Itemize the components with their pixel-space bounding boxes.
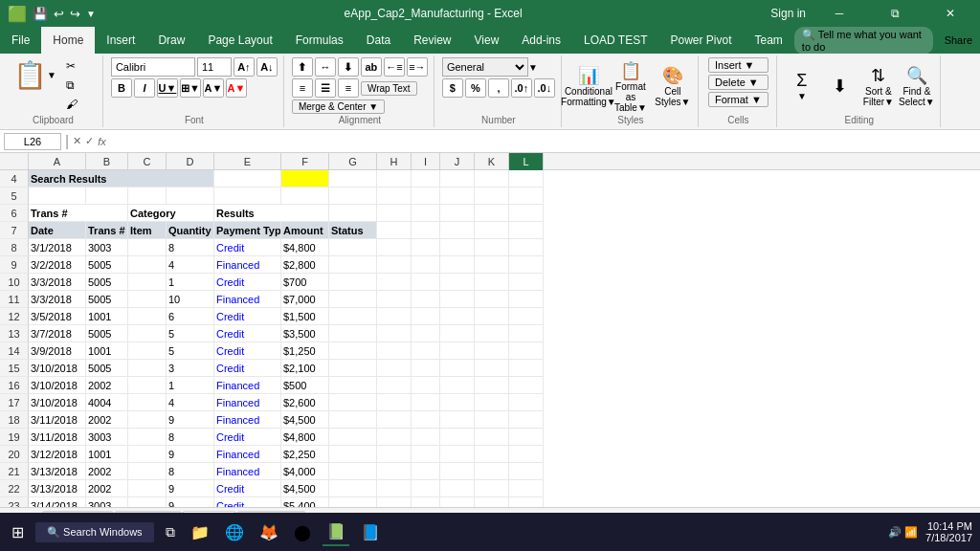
cell[interactable]: Search Results xyxy=(29,170,214,187)
cell[interactable] xyxy=(128,360,167,377)
save-icon[interactable]: 💾 xyxy=(33,7,48,21)
cell[interactable]: $5,400 xyxy=(281,497,329,507)
cell[interactable]: 3003 xyxy=(86,429,128,446)
cell[interactable] xyxy=(509,239,544,256)
cell[interactable]: $4,800 xyxy=(281,239,329,256)
col-header-D[interactable]: D xyxy=(167,153,214,170)
cell[interactable] xyxy=(475,394,509,411)
cell[interactable]: 3/10/2018 xyxy=(29,377,86,394)
fill-btn[interactable]: ⬇ xyxy=(823,74,858,99)
cell[interactable] xyxy=(412,480,440,497)
cell[interactable]: 6 xyxy=(167,308,214,325)
cell[interactable] xyxy=(329,342,377,360)
cell[interactable] xyxy=(509,497,544,507)
cell[interactable] xyxy=(329,291,377,308)
row-header[interactable]: 12 xyxy=(0,308,29,325)
cell[interactable] xyxy=(509,377,544,394)
cell[interactable]: 2002 xyxy=(86,377,128,394)
cell[interactable]: 5 xyxy=(167,342,214,360)
merge-center-btn[interactable]: Merge & Center ▼ xyxy=(292,99,385,114)
cell[interactable] xyxy=(475,497,509,507)
cell[interactable] xyxy=(377,308,412,325)
cell[interactable] xyxy=(509,274,544,291)
find-select-btn[interactable]: 🔍 Find &Select▼ xyxy=(900,63,934,109)
cell[interactable]: 2002 xyxy=(86,463,128,480)
cell[interactable] xyxy=(377,411,412,429)
cell[interactable] xyxy=(440,291,475,308)
col-header-L[interactable]: L xyxy=(509,153,544,170)
redo-icon[interactable]: ↪ xyxy=(70,7,80,21)
cell[interactable] xyxy=(475,360,509,377)
cell[interactable] xyxy=(377,342,412,360)
cell[interactable] xyxy=(475,291,509,308)
align-top-btn[interactable]: ⬆ xyxy=(292,57,313,77)
file-explorer-btn[interactable]: 📁 xyxy=(187,519,213,545)
cell[interactable] xyxy=(509,308,544,325)
cell[interactable] xyxy=(329,170,377,187)
cell[interactable] xyxy=(377,256,412,274)
border-button[interactable]: ⊞▼ xyxy=(180,78,201,98)
cell[interactable] xyxy=(440,256,475,274)
cell[interactable]: 1001 xyxy=(86,342,128,360)
indent-decrease-btn[interactable]: ←≡ xyxy=(384,57,405,77)
cell[interactable] xyxy=(509,463,544,480)
cell[interactable] xyxy=(329,377,377,394)
cell[interactable] xyxy=(128,274,167,291)
wrap-text-btn[interactable]: Wrap Text xyxy=(361,81,417,96)
cell[interactable] xyxy=(329,480,377,497)
tab-home[interactable]: Home xyxy=(41,27,95,54)
confirm-formula-icon[interactable]: ✓ xyxy=(85,135,94,147)
tab-formulas[interactable]: Formulas xyxy=(284,27,355,54)
restore-button[interactable]: ⧉ xyxy=(873,0,917,27)
cell[interactable]: 3 xyxy=(167,360,214,377)
col-header-I[interactable]: I xyxy=(412,153,440,170)
row-header[interactable]: 21 xyxy=(0,463,29,480)
font-color-button[interactable]: A▼ xyxy=(226,78,247,98)
chrome-btn[interactable]: ⬤ xyxy=(290,519,315,545)
cell[interactable]: Item xyxy=(128,222,167,239)
cell[interactable]: 3/1/2018 xyxy=(29,239,86,256)
cell[interactable]: 3/7/2018 xyxy=(29,325,86,342)
row-header[interactable]: 11 xyxy=(0,291,29,308)
font-name-input[interactable] xyxy=(111,57,195,77)
cell[interactable] xyxy=(329,463,377,480)
cell[interactable]: Credit xyxy=(214,342,281,360)
cell[interactable] xyxy=(475,170,509,187)
cell[interactable] xyxy=(412,429,440,446)
cell[interactable]: Credit xyxy=(214,274,281,291)
cell[interactable] xyxy=(509,187,544,205)
cell[interactable] xyxy=(86,187,128,205)
cell[interactable]: 3/10/2018 xyxy=(29,394,86,411)
tab-data[interactable]: Data xyxy=(355,27,402,54)
col-header-B[interactable]: B xyxy=(86,153,128,170)
decimal-btn[interactable]: , xyxy=(488,78,509,98)
row-header[interactable]: 18 xyxy=(0,411,29,429)
cell[interactable] xyxy=(440,480,475,497)
start-btn[interactable]: ⊞ xyxy=(8,519,28,545)
cell[interactable] xyxy=(412,342,440,360)
cell[interactable]: $4,500 xyxy=(281,480,329,497)
cell[interactable]: $4,800 xyxy=(281,429,329,446)
cell[interactable] xyxy=(412,411,440,429)
tab-file[interactable]: File xyxy=(0,27,41,54)
cell[interactable] xyxy=(475,222,509,239)
cell[interactable]: Results xyxy=(214,205,329,222)
undo-icon[interactable]: ↩ xyxy=(54,7,64,21)
cell[interactable] xyxy=(440,222,475,239)
cell[interactable]: 9 xyxy=(167,480,214,497)
cell[interactable] xyxy=(412,497,440,507)
cell[interactable]: 3/11/2018 xyxy=(29,411,86,429)
share-btn[interactable]: Share xyxy=(945,34,972,46)
cell[interactable] xyxy=(377,291,412,308)
cell[interactable] xyxy=(475,377,509,394)
cell[interactable] xyxy=(214,187,281,205)
cell[interactable] xyxy=(412,377,440,394)
cell[interactable] xyxy=(377,360,412,377)
row-header[interactable]: 19 xyxy=(0,429,29,446)
row-header[interactable]: 9 xyxy=(0,256,29,274)
cell[interactable] xyxy=(440,274,475,291)
cell[interactable]: 9 xyxy=(167,497,214,507)
tell-me-box[interactable]: 🔍 Tell me what you want to do xyxy=(794,27,933,55)
cell[interactable] xyxy=(475,274,509,291)
cell[interactable]: 3003 xyxy=(86,239,128,256)
